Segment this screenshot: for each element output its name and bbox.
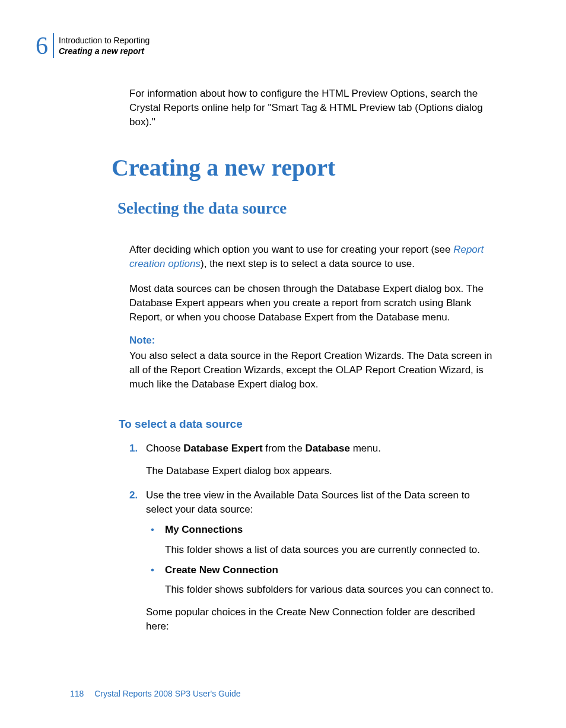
bullet-description: This folder shows a list of data sources… (165, 543, 496, 557)
bullet-title: Create New Connection (165, 564, 278, 576)
steps-list: 1. Choose Database Expert from the Datab… (129, 441, 496, 634)
bullet-my-connections: My Connections This folder shows a list … (146, 523, 496, 557)
header-text: Introduction to Reporting Creating a new… (59, 35, 150, 56)
para1-text-b: ), the next step is to select a data sou… (201, 258, 415, 269)
bullet-create-new-connection: Create New Connection This folder shows … (146, 563, 496, 597)
header-line-1: Introduction to Reporting (59, 35, 150, 46)
step-1: 1. Choose Database Expert from the Datab… (129, 441, 496, 478)
bullet-list: My Connections This folder shows a list … (146, 523, 496, 597)
step-1-bold-2: Database (305, 443, 350, 454)
step-number: 1. (129, 441, 138, 456)
note-body: You also select a data source in the Rep… (129, 349, 496, 391)
step-2: 2. Use the tree view in the Available Da… (129, 488, 496, 633)
bullet-title: My Connections (165, 524, 243, 535)
step-1-part-c: menu. (350, 443, 381, 454)
chapter-number: 6 (36, 33, 48, 58)
step-1-bold-1: Database Expert (183, 443, 262, 454)
paragraph-1: After deciding which option you want to … (129, 243, 496, 271)
paragraph-2: Most data sources can be chosen through … (129, 282, 496, 324)
page: 6 Introduction to Reporting Creating a n… (0, 0, 566, 728)
step-1-text: Choose Database Expert from the Database… (146, 443, 381, 454)
para1-text-a: After deciding which option you want to … (129, 244, 453, 255)
heading-3: To select a data source (119, 418, 496, 431)
footer: 118 Crystal Reports 2008 SP3 User's Guid… (70, 689, 240, 698)
footer-title: Crystal Reports 2008 SP3 User's Guide (94, 689, 240, 698)
step-1-part-b: from the (263, 443, 306, 454)
step-2-tail: Some popular choices in the Create New C… (146, 605, 496, 634)
note-label: Note: (129, 335, 496, 346)
intro-paragraph: For information about how to configure t… (129, 87, 496, 129)
body-column: For information about how to configure t… (129, 87, 496, 634)
heading-1: Creating a new report (112, 154, 496, 182)
running-header: 6 Introduction to Reporting Creating a n… (36, 33, 150, 58)
step-2-text: Use the tree view in the Available Data … (146, 489, 470, 515)
header-divider (53, 33, 54, 58)
step-number: 2. (129, 488, 138, 503)
step-1-part-a: Choose (146, 443, 183, 454)
page-number: 118 (70, 689, 84, 698)
step-1-sub: The Database Expert dialog box appears. (146, 464, 496, 478)
bullet-description: This folder shows subfolders for various… (165, 583, 496, 597)
heading-2: Selecting the data source (117, 199, 496, 218)
header-line-2: Creating a new report (59, 46, 150, 56)
